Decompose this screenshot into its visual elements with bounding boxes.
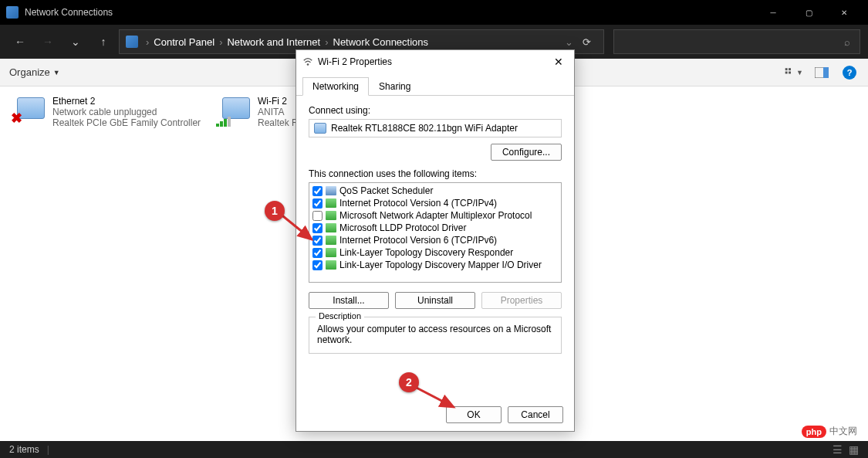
tab-label: Sharing <box>379 81 410 92</box>
dialog-footer: OK Cancel <box>296 399 574 431</box>
disconnected-icon: ✖ <box>11 110 22 127</box>
adapter-select[interactable]: Realtek RTL8188CE 802.11bgn WiFi Adapter <box>309 119 562 137</box>
network-adapter-icon <box>314 123 326 134</box>
button-label: OK <box>467 409 480 420</box>
item-checkbox[interactable] <box>312 186 323 196</box>
list-item[interactable]: Internet Protocol Version 6 (TCP/IPv6) <box>311 234 559 246</box>
item-label: QoS Packet Scheduler <box>339 185 433 196</box>
install-button[interactable]: Install... <box>309 292 389 309</box>
close-button[interactable]: ✕ <box>826 0 862 25</box>
item-checkbox[interactable] <box>312 248 323 258</box>
watermark-text: 中文网 <box>829 425 857 438</box>
signal-icon <box>216 117 231 127</box>
list-item[interactable]: Microsoft LLDP Protocol Driver <box>311 222 559 234</box>
protocol-icon <box>326 236 336 245</box>
help-button[interactable]: ? <box>840 63 859 82</box>
large-icons-view-icon[interactable]: ▦ <box>849 443 859 456</box>
up-button[interactable]: ↑ <box>91 29 116 54</box>
item-checkbox[interactable] <box>312 236 323 246</box>
svg-rect-3 <box>789 71 791 73</box>
button-label: Properties <box>501 295 543 306</box>
protocol-icon <box>326 223 336 232</box>
item-checkbox[interactable] <box>312 198 323 209</box>
dialog-tabs: Networking Sharing <box>296 73 574 96</box>
watermark: php 中文网 <box>802 425 857 438</box>
description-legend: Description <box>316 311 364 321</box>
protocol-icon <box>326 186 336 195</box>
minimize-button[interactable]: ─ <box>755 0 791 25</box>
adapter-ethernet[interactable]: ✖ Ethernet 2 Network cable unplugged Rea… <box>9 96 202 128</box>
recent-dropdown[interactable]: ⌄ <box>63 29 88 54</box>
properties-button[interactable]: Properties <box>481 292 562 309</box>
maximize-button[interactable]: ▢ <box>791 0 826 25</box>
chevron-down-icon[interactable]: ⌄ <box>565 36 573 48</box>
folder-icon <box>126 36 138 48</box>
description-group: Description Allows your computer to acce… <box>309 317 562 354</box>
configure-button[interactable]: Configure... <box>491 144 562 161</box>
refresh-button[interactable]: ⟳ <box>576 36 597 48</box>
item-label: Microsoft Network Adapter Multiplexor Pr… <box>339 210 532 221</box>
list-item[interactable]: QoS Packet Scheduler <box>311 185 559 197</box>
tab-networking[interactable]: Networking <box>302 77 369 96</box>
protocol-icon <box>326 198 336 208</box>
breadcrumb-mid[interactable]: Network and Internet <box>227 36 320 48</box>
dialog-close-button[interactable]: ✕ <box>549 56 568 68</box>
list-item[interactable]: Link-Layer Topology Discovery Mapper I/O… <box>311 259 559 271</box>
item-checkbox[interactable] <box>312 223 323 233</box>
window-title: Network Connections <box>25 7 113 18</box>
help-icon: ? <box>843 66 856 80</box>
protocol-icon <box>326 260 336 270</box>
search-input[interactable]: ⌕ <box>613 29 860 54</box>
adapter-device: Realtek PCIe GbE Family Controller <box>52 117 201 128</box>
button-label: Configure... <box>502 147 550 158</box>
chevron-right-icon: › <box>146 36 149 48</box>
description-text: Allows your computer to access resources… <box>317 324 553 345</box>
item-count: 2 items <box>9 444 39 455</box>
connection-items-list[interactable]: QoS Packet SchedulerInternet Protocol Ve… <box>309 182 562 283</box>
statusbar: 2 items | ☰ ▦ <box>0 441 868 458</box>
protocol-icon <box>326 248 336 257</box>
protocol-icon <box>326 211 336 220</box>
forward-button[interactable]: → <box>35 29 60 54</box>
organize-label: Organize <box>9 66 50 78</box>
item-checkbox[interactable] <box>312 211 323 221</box>
tab-sharing[interactable]: Sharing <box>369 77 420 96</box>
svg-rect-0 <box>785 68 788 70</box>
svg-rect-5 <box>823 67 829 78</box>
list-item[interactable]: Microsoft Network Adapter Multiplexor Pr… <box>311 209 559 222</box>
adapter-name: Ethernet 2 <box>52 96 201 107</box>
search-icon: ⌕ <box>844 36 850 48</box>
back-button[interactable]: ← <box>8 29 32 54</box>
adapter-name-value: Realtek RTL8188CE 802.11bgn WiFi Adapter <box>331 123 518 134</box>
dialog-title: Wi-Fi 2 Properties <box>318 56 392 67</box>
button-label: Install... <box>333 295 364 306</box>
svg-rect-1 <box>789 68 791 70</box>
adapter-status: Network cable unplugged <box>52 107 201 117</box>
network-adapter-icon <box>214 96 252 127</box>
item-label: Microsoft LLDP Protocol Driver <box>339 222 467 233</box>
breadcrumb-root[interactable]: Control Panel <box>154 36 214 48</box>
view-options-button[interactable]: ▼ <box>785 63 803 82</box>
window-titlebar: Network Connections ─ ▢ ✕ <box>0 0 868 25</box>
items-label: This connection uses the following items… <box>309 168 562 179</box>
list-item[interactable]: Link-Layer Topology Discovery Responder <box>311 246 559 259</box>
dialog-titlebar[interactable]: Wi-Fi 2 Properties ✕ <box>296 50 574 73</box>
chevron-down-icon: ▼ <box>53 69 60 76</box>
details-view-icon[interactable]: ☰ <box>833 443 843 456</box>
uninstall-button[interactable]: Uninstall <box>395 292 475 309</box>
preview-pane-button[interactable] <box>812 63 831 82</box>
item-checkbox[interactable] <box>312 260 323 270</box>
properties-dialog: Wi-Fi 2 Properties ✕ Networking Sharing … <box>296 49 575 432</box>
wifi-icon <box>302 56 313 67</box>
button-label: Cancel <box>521 409 549 420</box>
svg-point-6 <box>307 63 309 66</box>
svg-rect-2 <box>785 71 788 73</box>
organize-button[interactable]: Organize ▼ <box>9 66 60 78</box>
breadcrumb-leaf[interactable]: Network Connections <box>333 36 429 48</box>
ok-button[interactable]: OK <box>446 406 502 423</box>
cancel-button[interactable]: Cancel <box>508 406 563 423</box>
list-item[interactable]: Internet Protocol Version 4 (TCP/IPv4) <box>311 197 559 209</box>
network-adapter-icon: ✖ <box>9 96 46 127</box>
chevron-right-icon: › <box>325 36 328 48</box>
item-label: Link-Layer Topology Discovery Responder <box>339 247 513 258</box>
